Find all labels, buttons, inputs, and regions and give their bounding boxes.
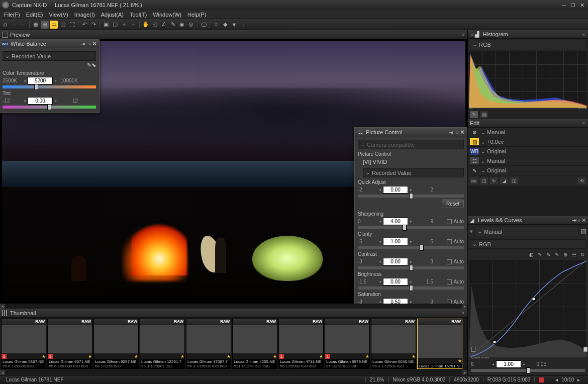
rotate-ccw-icon[interactable]: ↶ — [80, 21, 88, 29]
menu-adjust[interactable]: Adjust(A) — [98, 11, 127, 19]
tint-slider[interactable] — [3, 106, 96, 109]
wb-close-icon[interactable]: ✕ — [92, 40, 97, 47]
edit-row[interactable]: ⚙ ⌄Manual — [468, 128, 588, 137]
clarity-input[interactable]: 1.00 — [383, 238, 408, 245]
grid-view-icon[interactable]: ▦ — [32, 21, 40, 29]
menu-edit[interactable]: Edit(E) — [23, 11, 46, 19]
clarity-auto-checkbox[interactable] — [447, 239, 452, 244]
thumbnail-hscroll[interactable]: ◂▸ — [0, 370, 467, 375]
tool-a-icon[interactable]: ◉ — [178, 21, 186, 29]
label-color-icon[interactable] — [539, 377, 544, 382]
clarity-slider[interactable] — [358, 246, 464, 249]
pc-close-icon[interactable]: ✕ — [460, 129, 465, 136]
temp-input[interactable]: 5200 — [28, 77, 53, 84]
gray-eyedrop-icon[interactable]: ✎ — [545, 251, 552, 258]
thumbnail-item[interactable]: RAW 1★ Lucas Gilman 6071.NE f/5.6 1/8000… — [47, 319, 92, 369]
gamma-input[interactable]: 1.00 — [496, 360, 521, 368]
zoom-out-icon[interactable]: − — [129, 21, 137, 29]
brightness-input[interactable]: 0.00 — [383, 278, 408, 285]
label-filter-icon[interactable]: ◆ — [221, 21, 229, 29]
tint-increase[interactable]: ▸ — [55, 99, 57, 103]
pc-collapse-icon[interactable]: » — [456, 130, 459, 135]
star-filter-icon[interactable]: ☆ — [212, 21, 220, 29]
reset-curve-icon[interactable]: ↻ — [579, 251, 586, 258]
next-image-button[interactable]: ▸ — [575, 377, 582, 382]
list-view-icon[interactable]: ▤ — [41, 21, 49, 29]
gray-point-icon[interactable]: ✎⬊ — [87, 62, 96, 68]
reset-button[interactable]: Reset — [442, 200, 464, 208]
menu-view[interactable]: View(V) — [46, 11, 71, 19]
zoom-100-icon[interactable]: ▢ — [111, 21, 119, 29]
levels-enable-checkbox[interactable] — [581, 229, 586, 234]
sharp-auto-checkbox[interactable] — [447, 219, 452, 224]
contrast-icon[interactable]: ◐ — [528, 251, 535, 258]
tool2-icon[interactable]: ◢ — [500, 177, 508, 184]
pc-compat-dropdown[interactable]: ⌄Camera compatible — [358, 140, 464, 149]
thumbnail-item[interactable]: RAW 1★ Lucas Gilman 5367.NE f/5.6 1/2000… — [1, 319, 46, 369]
temp-decrease[interactable]: ◂ — [24, 78, 26, 83]
white-eyedrop-icon[interactable]: ✎ — [553, 251, 560, 258]
minimize-button[interactable]: ─ — [560, 2, 568, 9]
tint-decrease[interactable]: ◂ — [24, 99, 26, 103]
menu-image[interactable]: Image(I) — [71, 11, 98, 19]
crop-tool-icon[interactable]: ◰ — [151, 21, 159, 29]
menu-tool[interactable]: Tool(T) — [127, 11, 150, 19]
white-point-handle[interactable] — [583, 347, 587, 352]
screen-icon[interactable]: 🖵 — [200, 21, 208, 29]
thumbnail-item[interactable]: RAW ★ Lucas Gilman 12251.7 f/6.3 1/2500s… — [140, 319, 185, 369]
edit-collapse-icon[interactable]: « — [582, 120, 585, 126]
fullscreen-icon[interactable]: ⛶ — [68, 21, 76, 29]
quick-adjust-slider[interactable] — [358, 195, 464, 198]
tool-b-icon[interactable]: ◎ — [187, 21, 195, 29]
thumbnail-item[interactable]: RAW ★ Lucas Gilman 17087.7 f/6.3 1/2500s… — [186, 319, 231, 369]
edit-row[interactable]: WB ⌄Original — [468, 147, 588, 156]
nr-icon[interactable]: NR — [470, 177, 478, 184]
thumbnail-item[interactable]: RAW 1★ Lucas Gilman 5979.NE f/4 1/25s IS… — [325, 319, 370, 369]
fit-icon[interactable]: ▣ — [102, 21, 110, 29]
quick-adjust-input[interactable]: 0.00 — [383, 186, 408, 194]
tab-metadata-icon[interactable]: ▤ — [480, 111, 488, 118]
nav-fwd-icon[interactable]: → — [19, 21, 27, 29]
hand-tool-icon[interactable]: ✋ — [142, 21, 150, 29]
add-point-icon[interactable]: ⊕ — [562, 251, 569, 258]
thumb-collapse-icon[interactable]: « — [461, 310, 464, 316]
pc-recorded-dropdown[interactable]: ⌄Recorded Value — [363, 168, 464, 177]
sort-icon[interactable]: ↕ — [239, 21, 247, 29]
black-eyedrop-icon[interactable]: ✎ — [536, 251, 543, 258]
eyedropper-icon[interactable]: ✎ — [169, 21, 177, 29]
contrast-slider[interactable] — [358, 266, 464, 269]
edit-row[interactable]: ☷ ⌄Manual — [468, 156, 588, 166]
close-button[interactable]: ✕ — [578, 2, 586, 9]
tool3-icon[interactable]: ◫ — [510, 177, 518, 184]
edit-row[interactable]: ▨ ⌄+0.0ev — [468, 137, 588, 147]
tint-input[interactable]: 0.00 — [28, 97, 53, 105]
levels-collapse-icon[interactable]: » — [577, 218, 580, 223]
levels-pin-icon[interactable]: ⇥ — [572, 217, 576, 224]
wb-mode-dropdown[interactable]: ⌄Recorded Value — [3, 51, 96, 61]
thumbnail-item[interactable]: RAW ★ Lucas Gilman 4255.NE f/11 1/125s I… — [232, 319, 277, 369]
levels-close-icon[interactable]: ✕ — [581, 217, 586, 224]
gamma-slider[interactable] — [471, 369, 585, 372]
print-icon[interactable]: ⎙ — [1, 21, 9, 29]
zoom-in-icon[interactable]: + — [120, 21, 128, 29]
thumbnail-item[interactable]: RAW ★ Lucas Gilman 16781.N — [417, 319, 462, 369]
compare-view-icon[interactable]: ◫ — [59, 21, 67, 29]
prev-image-button[interactable]: ◂ — [553, 377, 560, 382]
tool1-icon[interactable]: ◫ — [480, 177, 488, 184]
temp-increase[interactable]: ▸ — [55, 78, 57, 83]
histogram-channel-dropdown[interactable]: ⌄RGB — [470, 40, 586, 49]
curves-chart[interactable] — [469, 260, 587, 351]
preview-viewport[interactable]: WB White Balance ⇥ » ✕ ⌄Recorded Value ✎… — [0, 39, 467, 304]
brightness-auto-checkbox[interactable] — [447, 279, 452, 284]
straighten-icon[interactable]: ∠ — [160, 21, 168, 29]
histogram-collapse-icon[interactable]: « — [582, 32, 585, 37]
single-view-icon[interactable]: ▭ — [50, 21, 58, 29]
filter-icon[interactable]: ▼ — [230, 21, 238, 29]
saturation-auto-checkbox[interactable] — [447, 300, 452, 304]
sharp-input[interactable]: 4.00 — [383, 218, 408, 225]
curve-tool-icon[interactable]: ☷ — [570, 251, 577, 258]
black-point-handle[interactable] — [471, 347, 475, 352]
collapse-left-icon[interactable]: « — [461, 32, 464, 37]
edit-row[interactable]: ✎ ⌄Original — [468, 166, 588, 175]
menu-window[interactable]: Window(W) — [150, 11, 184, 19]
